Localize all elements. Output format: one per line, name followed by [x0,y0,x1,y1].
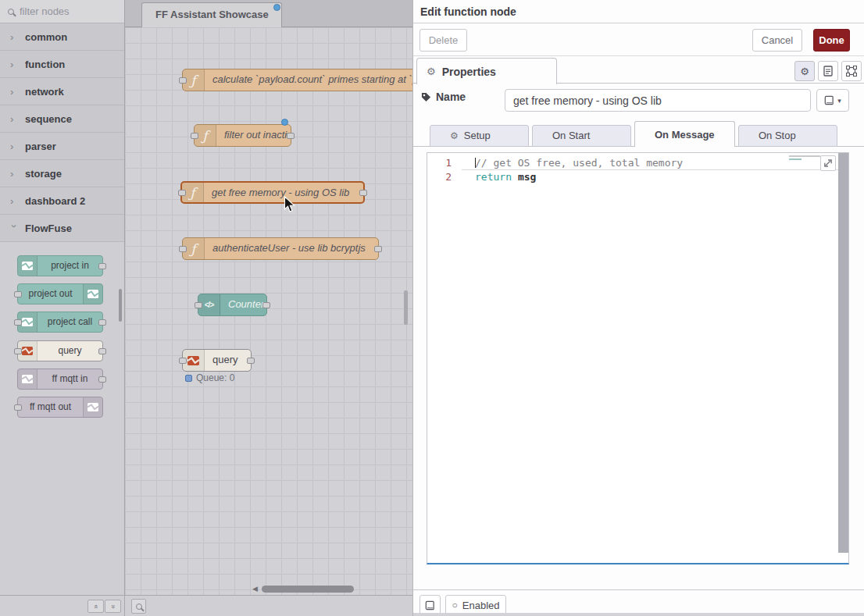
palette-node-project-out[interactable]: project out [17,283,103,304]
flowfuse-icon [18,369,37,389]
palette-node-ff-mqtt-in[interactable]: ff mqtt in [17,369,103,390]
function-tab-bar: ⚙Setup On Start On Message On Stop [413,123,864,147]
panel-bottom-strip [413,613,864,616]
properties-view-button[interactable]: ⚙ [794,61,815,81]
search-icon [8,9,14,15]
output-port[interactable] [247,358,255,364]
palette-scrollbar[interactable] [119,289,122,322]
node-filter-out-inactive[interactable]: ƒ filter out inactive [194,124,291,147]
description-view-button[interactable] [818,61,838,81]
code-comment: // get OS free, used, total memory [475,157,683,169]
node-query[interactable]: query [182,349,252,372]
input-port[interactable] [14,319,22,326]
category-label: sequence [25,113,72,125]
double-chevron-down-icon: » [109,604,116,608]
output-port[interactable] [287,133,295,139]
palette-filter-input[interactable] [20,5,113,17]
node-red-app: ›common ›function ›network ›sequence ›pa… [0,0,864,616]
chevron-right-icon: › [10,113,18,125]
palette-node-ff-mqtt-out[interactable]: ff mqtt out [17,397,103,418]
code-line: 1 // get OS free, used, total memory [427,156,848,170]
code-keyword: return [475,171,512,183]
editor-expand-button[interactable] [820,155,836,171]
category-label: function [25,59,65,70]
code-identifier: msg [518,171,536,183]
name-label-text: Name [436,91,466,103]
input-port[interactable] [14,404,22,411]
line-number: 1 [427,156,462,170]
input-port[interactable] [195,302,202,308]
vertical-scrollbar[interactable] [404,290,408,325]
tab-on-stop[interactable]: On Stop [738,125,837,147]
flow-tab[interactable]: FF Assistant Showcase [141,2,282,27]
gear-icon: ⚙ [427,66,436,77]
palette-node-project-call[interactable]: project call [17,312,103,333]
delete-button[interactable]: Delete [420,29,467,52]
workspace-footer: « » [0,595,412,616]
tab-properties[interactable]: ⚙ Properties [416,58,557,84]
horizontal-scrollbar[interactable] [262,586,354,593]
done-button[interactable]: Done [813,29,850,52]
node-authenticate-user[interactable]: ƒ authenticateUser - use lib bcryptjs [182,237,379,260]
output-port[interactable] [98,263,106,269]
chevron-down-icon: › [9,224,20,232]
tab-on-message[interactable]: On Message [634,121,735,147]
palette-category-sequence[interactable]: ›sequence [0,105,124,133]
library-dropdown-button[interactable]: ▾ [816,89,849,112]
dialog-tab-bar: ⚙ Properties ⚙ [413,56,864,84]
output-port[interactable] [374,246,382,252]
cancel-button[interactable]: Cancel [752,29,802,52]
input-port[interactable] [179,358,187,364]
name-input[interactable] [505,89,811,112]
tab-label: On Message [655,129,715,141]
palette-collapse-all-button[interactable]: « [87,600,104,613]
appearance-view-button[interactable] [841,61,862,81]
output-port[interactable] [98,376,106,383]
input-port[interactable] [14,291,22,297]
palette-node-label: project out [18,284,83,304]
palette-expand-all-button[interactable]: » [105,600,121,613]
category-label: storage [25,168,62,180]
input-port[interactable] [178,190,186,196]
output-port[interactable] [98,348,106,354]
node-get-free-memory[interactable]: ƒ get free memory - using OS lib [180,181,365,204]
node-label: query [205,350,251,371]
node-label: calculate `payload.count` primes startin… [205,69,412,91]
input-port[interactable] [191,133,198,139]
zoom-search-button[interactable] [131,599,146,614]
input-port[interactable] [179,246,187,252]
palette-category-flowfuse[interactable]: ›FlowFuse [0,215,124,242]
edit-dialog: Edit function node Delete Cancel Done ⚙ … [412,0,864,616]
tab-setup[interactable]: ⚙Setup [430,125,529,147]
code-line: 2 returnmsg [427,170,848,184]
node-changed-dot [281,119,288,126]
editor-scrollbar[interactable] [838,153,848,553]
node-counter[interactable]: </> Counter [198,294,267,316]
palette-category-storage[interactable]: ›storage [0,160,124,187]
palette-category-common[interactable]: ›common [0,23,124,51]
input-port[interactable] [14,348,22,354]
circle-icon: ○ [452,600,458,611]
name-label: Name [421,91,466,103]
palette-category-dashboard2[interactable]: ›dashboard 2 [0,187,124,215]
output-port[interactable] [98,319,106,326]
output-port[interactable] [262,302,270,308]
palette-node-label: ff mqtt out [18,397,83,417]
output-port[interactable] [359,190,367,196]
editor-minimap [789,155,823,160]
line-number: 2 [427,170,462,184]
hscroll-left-arrow[interactable]: ◀ [252,585,258,593]
palette-node-query[interactable]: query [17,340,103,361]
chevron-right-icon: › [10,141,18,152]
palette-category-network[interactable]: ›network [0,78,124,105]
palette-category-parser[interactable]: ›parser [0,133,124,160]
chevron-right-icon: › [10,31,18,43]
node-calculate-primes[interactable]: ƒ calculate `payload.count` primes start… [182,69,412,91]
tab-on-start[interactable]: On Start [532,125,631,147]
palette-node-project-in[interactable]: project in [17,255,103,276]
flow-canvas[interactable] [125,27,412,595]
palette-category-function[interactable]: ›function [0,51,124,78]
code-editor[interactable]: 1 // get OS free, used, total memory 2 r… [427,152,849,564]
tab-label: On Start [552,130,590,141]
input-port[interactable] [179,77,187,84]
